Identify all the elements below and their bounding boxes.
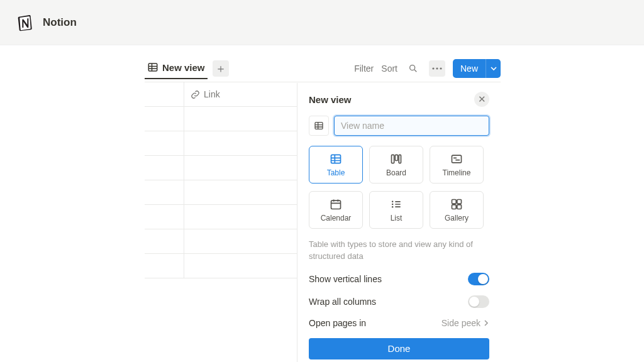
close-button[interactable]: ✕ [474,92,489,107]
column-link-label: Link [204,89,220,99]
add-view-button[interactable]: ＋ [213,60,229,77]
view-type-timeline[interactable]: Timeline [430,146,484,184]
view-tab-label: New view [162,62,205,73]
timeline-icon [450,153,463,165]
table-icon [330,153,342,165]
ellipsis-icon [432,67,442,70]
new-button-label: New [453,59,486,78]
board-icon [390,153,402,165]
option-label: Show vertical lines [309,274,382,284]
chevron-down-icon [491,65,497,72]
new-view-panel: New view ✕ Table Board Timeline [297,83,501,362]
sort-button[interactable]: Sort [381,63,397,74]
option-wrap-columns: Wrap all columns [309,295,501,308]
view-icon-button[interactable] [309,116,329,136]
view-type-label: Timeline [443,168,471,177]
view-type-list[interactable]: List [369,191,423,229]
svg-point-13 [392,203,394,205]
filter-button[interactable]: Filter [354,63,374,74]
table-icon [314,121,324,131]
toggle-vertical-lines[interactable] [468,273,489,285]
view-tabs: New view ＋ [145,58,229,79]
svg-point-2 [432,67,434,69]
view-tab-new[interactable]: New view [145,58,208,79]
svg-point-14 [392,206,394,207]
panel-title: New view [309,94,352,105]
svg-rect-11 [331,200,341,209]
view-type-grid: Table Board Timeline Calendar List Galle… [309,146,501,229]
view-type-gallery[interactable]: Gallery [430,191,484,229]
svg-rect-6 [331,155,341,163]
svg-rect-8 [395,155,397,160]
topbar: Notion [0,0,644,45]
more-button[interactable] [429,60,445,77]
svg-rect-0 [148,63,157,71]
option-label: Open pages in [309,318,366,328]
search-icon [408,63,418,74]
option-label: Wrap all columns [309,297,376,307]
calendar-icon [330,198,342,211]
svg-point-4 [440,67,441,69]
new-button[interactable]: New [453,59,501,78]
svg-rect-15 [452,199,457,204]
view-type-label: Board [386,168,406,177]
workspace: New view ＋ Filter Sort New [0,45,644,59]
svg-point-3 [436,67,438,69]
option-vertical-lines: Show vertical lines [309,273,501,285]
svg-point-12 [392,200,394,202]
svg-point-1 [410,65,415,70]
view-name-input[interactable] [334,116,489,136]
view-type-board[interactable]: Board [369,146,423,184]
search-button[interactable] [405,60,421,77]
svg-rect-17 [452,204,457,209]
database-toolbar: New view ＋ Filter Sort New [145,57,501,82]
view-type-label: Calendar [321,214,352,222]
notion-logo [15,13,35,33]
database-actions: Filter Sort New [354,59,501,78]
done-button[interactable]: Done [309,338,489,359]
link-icon [191,90,200,99]
view-type-description: Table with types to store and view any k… [309,239,501,263]
view-type-label: Gallery [445,214,469,222]
svg-rect-7 [392,155,394,163]
svg-rect-16 [457,199,462,204]
option-value: Side peek [441,318,489,328]
svg-rect-5 [315,123,323,129]
brand-name: Notion [43,16,77,29]
view-type-table[interactable]: Table [309,146,363,184]
svg-rect-18 [457,204,462,209]
view-type-label: Table [327,168,345,177]
plus-icon: ＋ [215,63,226,74]
svg-rect-10 [452,155,462,163]
chevron-right-icon [483,320,489,326]
list-icon [390,198,402,211]
view-type-calendar[interactable]: Calendar [309,191,363,229]
svg-rect-9 [399,155,401,163]
new-button-dropdown[interactable] [486,59,501,78]
view-type-label: List [391,214,402,222]
toggle-wrap-columns[interactable] [468,295,489,308]
table-icon [147,62,158,73]
close-icon: ✕ [478,94,486,105]
option-open-pages-in[interactable]: Open pages in Side peek [309,318,501,328]
gallery-icon [450,198,463,211]
